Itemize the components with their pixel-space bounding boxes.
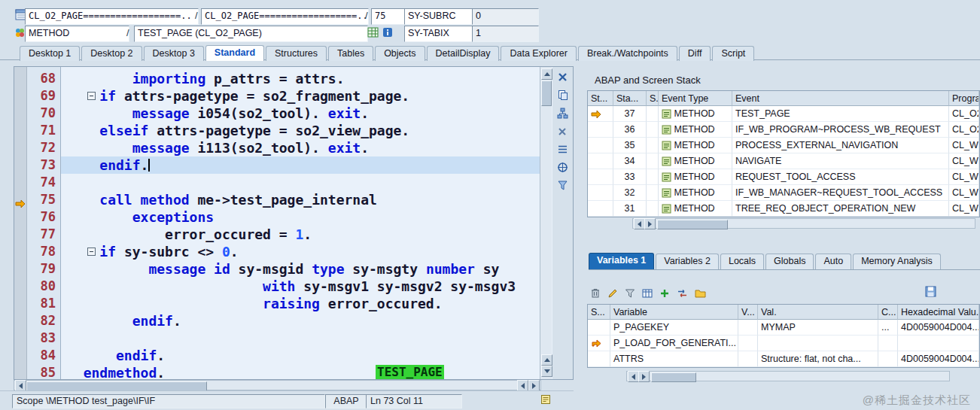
breakpoint-cell[interactable]: [14, 260, 26, 278]
sy-tabix-label-field[interactable]: SY-TABIX: [404, 26, 477, 42]
line-number[interactable]: 73: [27, 156, 60, 174]
include-field[interactable]: CL_O2_PAGE==================..: [201, 8, 369, 25]
line-number[interactable]: 80: [27, 278, 60, 295]
breakpoint-cell[interactable]: [14, 70, 26, 87]
stack-row[interactable]: 35 METHODPROCESS_EXTERNAL_NAVIGATIONCL_W…: [588, 138, 979, 153]
breakpoint-cell[interactable]: [14, 312, 26, 330]
line-number[interactable]: 82: [27, 312, 60, 330]
breakpoint-cell[interactable]: [14, 226, 26, 243]
stack-column-header[interactable]: S..: [647, 91, 659, 106]
trash-icon[interactable]: [590, 287, 601, 299]
line-number[interactable]: 78: [27, 243, 60, 260]
line-field[interactable]: 75: [371, 8, 406, 25]
code-line-81[interactable]: raising error_occured.: [61, 295, 540, 312]
code-line-74[interactable]: [61, 174, 540, 191]
line-number[interactable]: 84: [27, 347, 60, 364]
variables-tab-memory-analysis[interactable]: Memory Analysis: [853, 254, 940, 269]
breakpoint-cell[interactable]: [14, 191, 26, 208]
tab-data-explorer[interactable]: Data Explorer: [501, 46, 576, 61]
variables-tab-auto[interactable]: Auto: [815, 254, 851, 269]
breakpoint-cell[interactable]: [14, 87, 26, 105]
variables-tab-variables-2[interactable]: Variables 2: [656, 254, 719, 269]
code-line-70[interactable]: message i054(so2_tool). exit.: [61, 105, 540, 122]
tab-desktop-3[interactable]: Desktop 3: [144, 46, 204, 61]
line-number[interactable]: 74: [27, 174, 60, 191]
stack-horizontal-scrollbar[interactable]: [632, 218, 975, 229]
tab-script[interactable]: Script: [712, 46, 754, 61]
note-icon[interactable]: [540, 394, 551, 405]
tab-break-watchpoints[interactable]: Break./Watchpoints: [578, 46, 677, 61]
breakpoint-cell[interactable]: [14, 208, 26, 226]
stack-column-header[interactable]: Program: [949, 91, 979, 106]
code-line-76[interactable]: exceptions: [61, 208, 540, 226]
tab-diff[interactable]: Diff: [679, 46, 711, 61]
line-number[interactable]: 71: [27, 122, 60, 139]
code-line-72[interactable]: message i113(so2_tool). exit.: [61, 139, 540, 156]
stack-scroll-right-button[interactable]: [644, 218, 656, 229]
sy-subrc-value-field[interactable]: 0: [472, 8, 539, 25]
stack-row[interactable]: 32 METHODIF_WB_MANAGER~REQUEST_TOOL_ACCE…: [588, 185, 979, 201]
line-number[interactable]: 72: [27, 139, 60, 156]
save-icon[interactable]: [925, 286, 936, 297]
variables-column-header[interactable]: Variable: [610, 305, 738, 320]
columns-icon[interactable]: [642, 288, 653, 299]
line-number[interactable]: 77: [27, 226, 60, 243]
fold-marker-icon[interactable]: [87, 92, 96, 100]
scroll-left-button[interactable]: [15, 380, 26, 391]
delete-x-icon[interactable]: [557, 126, 569, 138]
tab-structures[interactable]: Structures: [266, 46, 327, 61]
variables-column-header[interactable]: V...: [738, 305, 758, 320]
folder-icon[interactable]: [695, 288, 706, 298]
variable-row[interactable]: P_LOAD_FOR_GENERATI...: [588, 336, 979, 351]
variables-column-header[interactable]: C...: [878, 305, 898, 320]
stack-row[interactable]: 37 METHODTEST_PAGECL_O2_PAG: [588, 106, 979, 122]
scroll-left-button-2[interactable]: [517, 380, 528, 391]
hierarchy-icon[interactable]: [557, 108, 569, 120]
breakpoint-cell[interactable]: [14, 364, 26, 380]
stack-row[interactable]: 33 METHODREQUEST_TOOL_ACCESSCL_WB_MA: [588, 169, 979, 185]
info-icon[interactable]: [382, 27, 394, 39]
code-line-75[interactable]: call method me->test_page_internal: [61, 191, 540, 208]
scroll-down-button[interactable]: [541, 366, 552, 377]
code-line-68[interactable]: importing p_attrs = attrs.: [61, 70, 540, 87]
line-number[interactable]: 85: [27, 364, 60, 380]
list-icon[interactable]: [557, 144, 569, 156]
variable-row[interactable]: P_PAGEKEYMYMAP...4D0059004D004...: [588, 320, 979, 336]
sy-subrc-label-field[interactable]: SY-SUBRC: [404, 8, 477, 25]
code-line-79[interactable]: message id sy-msgid type sy-msgty number…: [61, 260, 540, 278]
variables-column-header[interactable]: Val.: [758, 305, 878, 320]
tab-desktop-2[interactable]: Desktop 2: [81, 46, 142, 61]
tab-tables[interactable]: Tables: [328, 46, 373, 61]
stack-scroll-thumb[interactable]: [657, 220, 728, 229]
line-number[interactable]: 81: [27, 295, 60, 312]
add-icon[interactable]: [659, 288, 670, 299]
fold-marker-icon[interactable]: [87, 248, 96, 256]
code-line-71[interactable]: elseif attrs-pagetype = so2_view_page.: [61, 122, 540, 139]
breakpoint-cell[interactable]: [14, 330, 26, 347]
event-type-field[interactable]: METHOD: [25, 26, 129, 42]
table-display-icon[interactable]: [367, 27, 379, 39]
vertical-scroll-thumb[interactable]: [541, 80, 552, 106]
tab-objects[interactable]: Objects: [375, 46, 425, 61]
stack-column-header[interactable]: St...: [588, 91, 613, 106]
method-name-field[interactable]: TEST_PAGE (CL_O2_PAGE): [134, 26, 368, 42]
code-line-77[interactable]: error_occured = 1.: [61, 226, 540, 243]
code-line-83[interactable]: [61, 330, 540, 347]
variables-scroll-thumb[interactable]: [651, 372, 696, 382]
variables-tab-variables-1[interactable]: Variables 1: [589, 253, 654, 269]
stack-row[interactable]: 36 METHODIF_WB_PROGRAM~PROCESS_WB_REQUES…: [588, 122, 979, 138]
line-number[interactable]: 83: [27, 330, 60, 347]
swap-icon[interactable]: [677, 288, 688, 299]
stack-row[interactable]: 31 METHODTREE_REQ_OBJECT_OPERATION_NEWCL…: [588, 201, 979, 217]
line-number[interactable]: 79: [27, 260, 60, 278]
tab-standard[interactable]: Standard: [205, 45, 264, 61]
variables-scroll-left-button[interactable]: [628, 371, 639, 382]
variables-tab-globals[interactable]: Globals: [765, 254, 814, 269]
variables-column-header[interactable]: Hexadecimal Valu...: [898, 305, 979, 320]
editor-vertical-scrollbar[interactable]: [540, 67, 552, 379]
stack-row[interactable]: 34 METHODNAVIGATECL_WB_NA: [588, 153, 979, 169]
tree-filter-icon[interactable]: [557, 180, 569, 192]
code-area[interactable]: importing p_attrs = attrs. if attrs-page…: [61, 67, 540, 379]
navigate-icon[interactable]: [557, 162, 569, 174]
code-line-69[interactable]: if attrs-pagetype = so2_fragment_page.: [61, 87, 540, 105]
